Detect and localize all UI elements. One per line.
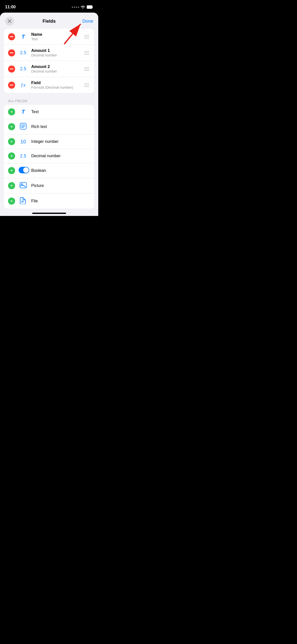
status-bar: 11:00: [0, 0, 98, 13]
add-boolean-field-row[interactable]: + Boolean: [4, 163, 94, 178]
picture-icon: [19, 182, 28, 190]
decimal-type-icon: 2.5: [19, 50, 28, 55]
svg-rect-0: [87, 6, 92, 9]
active-field-row: T Name Text: [4, 29, 94, 45]
add-file-field-row[interactable]: + File: [4, 194, 94, 209]
drag-handle[interactable]: [83, 34, 90, 40]
active-field-row: 2.5 Amount 2 Decimal number: [4, 61, 94, 77]
integer-field-label: Integer number: [31, 139, 90, 144]
decimal-type-icon: 2.5: [19, 66, 28, 72]
add-decimal-field-row[interactable]: + 2.5 Decimal number: [4, 149, 94, 163]
amount2-field-info: Amount 2 Decimal number: [31, 65, 80, 73]
close-icon: [8, 19, 11, 23]
active-field-row: 2.5 Amount 1 Decimal number: [4, 45, 94, 61]
add-richtext-field-row[interactable]: + Rich text: [4, 119, 94, 135]
formula-field-info: Field Formula (Decimal number): [31, 81, 80, 89]
name-field-info: Name Text: [31, 32, 80, 41]
add-file-button[interactable]: +: [8, 198, 15, 205]
amount1-field-name: Amount 1: [31, 48, 80, 53]
file-icon: [19, 197, 28, 205]
integer-icon: 10: [19, 139, 28, 145]
wifi-icon: [81, 5, 85, 9]
amount2-field-name: Amount 2: [31, 65, 80, 69]
battery-icon: [87, 5, 93, 9]
decimal-field-label: Decimal number: [31, 154, 90, 158]
home-indicator: [32, 213, 66, 214]
remove-amount2-button[interactable]: [8, 66, 15, 73]
picture-field-label: Picture: [31, 183, 90, 188]
amount1-field-info: Amount 1 Decimal number: [31, 48, 80, 57]
formula-field-name: Field: [31, 81, 80, 85]
signal-icon: [72, 7, 79, 8]
decimal-icon: 2.5: [19, 153, 28, 159]
nav-bar: Fields Done: [0, 13, 98, 29]
all-fields-card: + T Text + Rich text + 10: [4, 105, 94, 209]
amount1-field-type: Decimal number: [31, 53, 80, 57]
boolean-icon: [19, 167, 28, 174]
add-text-field-row[interactable]: + T Text: [4, 105, 94, 119]
svg-rect-1: [92, 6, 93, 8]
name-field-name: Name: [31, 32, 80, 37]
file-field-label: File: [31, 199, 90, 203]
remove-field-button[interactable]: [8, 82, 15, 89]
add-integer-field-row[interactable]: + 10 Integer number: [4, 135, 94, 149]
formula-field-type: Formula (Decimal number): [31, 85, 80, 89]
richtext-field-label: Rich text: [31, 124, 90, 129]
main-container: Fields Done T Name Text: [0, 13, 98, 216]
status-time: 11:00: [5, 5, 16, 10]
add-boolean-button[interactable]: +: [8, 167, 15, 174]
add-integer-button[interactable]: +: [8, 138, 15, 145]
remove-name-button[interactable]: [8, 33, 15, 40]
active-fields-card: T Name Text 2.5 Amount 1 Decimal number: [4, 29, 94, 93]
text-icon: T: [19, 109, 28, 115]
text-field-label: Text: [31, 110, 90, 114]
add-decimal-button[interactable]: +: [8, 152, 15, 159]
formula-type-icon: ƒx: [19, 82, 28, 88]
add-richtext-button[interactable]: +: [8, 123, 15, 130]
name-field-type: Text: [31, 37, 80, 41]
add-text-button[interactable]: +: [8, 108, 15, 115]
done-button[interactable]: Done: [82, 19, 93, 24]
all-fields-section-label: ALL FIELDS: [0, 99, 98, 105]
active-field-row: ƒx Field Formula (Decimal number): [4, 77, 94, 93]
drag-handle[interactable]: [83, 66, 90, 72]
page-title: Fields: [43, 19, 56, 24]
remove-amount1-button[interactable]: [8, 49, 15, 56]
richtext-icon: [19, 123, 28, 131]
add-picture-field-row[interactable]: + Picture: [4, 178, 94, 194]
close-button[interactable]: [5, 17, 14, 26]
drag-handle[interactable]: [83, 50, 90, 56]
text-type-icon: T: [19, 34, 28, 40]
drag-handle[interactable]: [83, 82, 90, 88]
add-picture-button[interactable]: +: [8, 182, 15, 189]
amount2-field-type: Decimal number: [31, 69, 80, 73]
status-icons: [72, 5, 93, 9]
boolean-field-label: Boolean: [31, 168, 90, 173]
